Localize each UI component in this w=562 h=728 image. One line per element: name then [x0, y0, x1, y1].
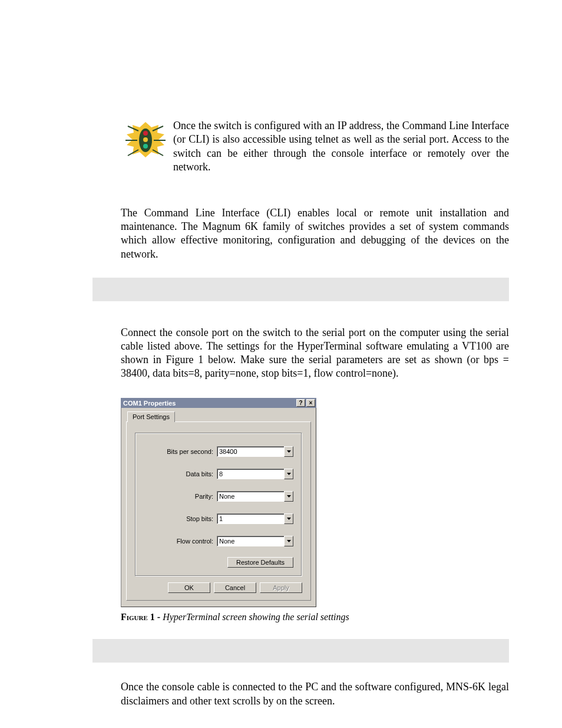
figure-description: HyperTerminal screen showing the serial …	[163, 612, 349, 622]
intro-paragraph-2: The Command Line Interface (CLI) enables…	[121, 206, 509, 262]
bits-per-second-value[interactable]: 38400	[217, 446, 284, 457]
label-parity: Parity:	[144, 493, 217, 500]
dialog-titlebar[interactable]: COM1 Properties ? ×	[121, 398, 316, 408]
restore-defaults-button[interactable]: Restore Defaults	[227, 557, 293, 568]
section-divider	[92, 639, 509, 663]
figure-caption: Figure 1 - HyperTerminal screen showing …	[121, 612, 509, 622]
svg-marker-12	[287, 473, 291, 475]
label-bits-per-second: Bits per second:	[144, 448, 217, 455]
chevron-down-icon[interactable]	[284, 446, 293, 457]
help-icon[interactable]: ?	[296, 399, 305, 407]
data-bits-value[interactable]: 8	[217, 469, 284, 479]
connect-paragraph: Connect the console port on the switch t…	[121, 326, 509, 380]
flow-control-value[interactable]: None	[217, 536, 284, 546]
flow-control-select[interactable]: None	[217, 536, 293, 546]
svg-marker-15	[287, 540, 291, 542]
parity-value[interactable]: None	[217, 491, 284, 502]
svg-point-4	[143, 144, 148, 149]
svg-point-3	[143, 137, 148, 142]
apply-button[interactable]: Apply	[260, 582, 302, 593]
label-flow-control: Flow control:	[144, 538, 217, 545]
tab-port-settings[interactable]: Port Settings	[127, 411, 175, 422]
svg-point-2	[143, 131, 148, 136]
intro-paragraph-1: Once the switch is configured with an IP…	[121, 119, 509, 174]
closing-paragraph: Once the console cable is connected to t…	[121, 680, 509, 708]
data-bits-select[interactable]: 8	[217, 469, 293, 479]
figure-label: Figure 1 -	[121, 612, 163, 622]
cancel-button[interactable]: Cancel	[214, 582, 256, 593]
chevron-down-icon[interactable]	[284, 469, 293, 479]
stop-bits-select[interactable]: 1	[217, 513, 293, 524]
dialog-title: COM1 Properties	[123, 400, 295, 407]
bits-per-second-select[interactable]: 38400	[217, 446, 293, 457]
port-settings-group: Bits per second: 38400 Data bits: 8	[135, 433, 302, 577]
close-icon[interactable]: ×	[306, 399, 315, 407]
traffic-light-bug-icon	[121, 119, 171, 163]
svg-marker-14	[287, 518, 291, 520]
svg-marker-13	[287, 495, 291, 498]
label-data-bits: Data bits:	[144, 470, 217, 477]
svg-marker-11	[287, 450, 291, 453]
com1-properties-dialog: COM1 Properties ? × Port Settings Bits p…	[121, 398, 316, 607]
label-stop-bits: Stop bits:	[144, 515, 217, 522]
stop-bits-value[interactable]: 1	[217, 513, 284, 524]
chevron-down-icon[interactable]	[284, 536, 293, 546]
chevron-down-icon[interactable]	[284, 513, 293, 524]
ok-button[interactable]: OK	[168, 582, 210, 593]
parity-select[interactable]: None	[217, 491, 293, 502]
chevron-down-icon[interactable]	[284, 491, 293, 502]
section-divider	[92, 278, 509, 301]
